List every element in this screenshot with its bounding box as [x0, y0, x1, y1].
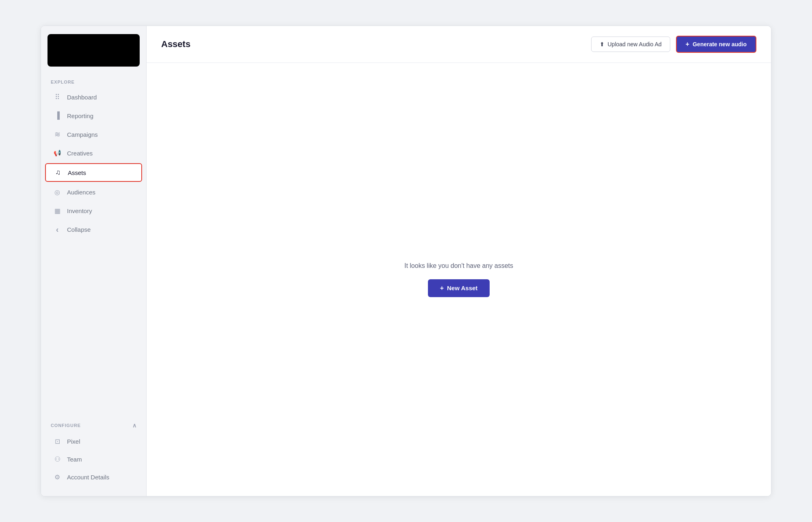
- sidebar-item-assets[interactable]: Assets: [45, 163, 142, 182]
- configure-section: CONFIGURE Pixel Team Account Details: [41, 419, 146, 486]
- sidebar-collapse-button[interactable]: Collapse: [45, 221, 142, 238]
- sidebar-item-label: Account Details: [67, 474, 134, 481]
- generate-button-label: Generate new audio: [693, 41, 747, 47]
- upload-button-label: Upload new Audio Ad: [608, 41, 662, 47]
- new-asset-button[interactable]: New Asset: [428, 279, 490, 297]
- sidebar-item-label: Creatives: [67, 150, 134, 157]
- sidebar-item-team[interactable]: Team: [45, 451, 142, 468]
- configure-section-label: CONFIGURE: [51, 423, 81, 428]
- page-title: Assets: [161, 39, 190, 50]
- sidebar-item-label: Inventory: [67, 207, 134, 214]
- gear-icon: [53, 473, 61, 481]
- top-bar: Assets Upload new Audio Ad Generate new …: [147, 26, 771, 63]
- audiences-icon: [53, 188, 61, 196]
- new-asset-label: New Asset: [447, 285, 477, 291]
- content-area: It looks like you don't have any assets …: [147, 63, 771, 496]
- sidebar-item-label: Team: [67, 456, 134, 463]
- chevron-left-icon: [53, 225, 61, 233]
- sidebar-item-reporting[interactable]: Reporting: [45, 107, 142, 124]
- sidebar-item-label: Campaigns: [67, 131, 134, 138]
- main-content: Assets Upload new Audio Ad Generate new …: [147, 26, 771, 496]
- sidebar-item-label: Reporting: [67, 112, 134, 119]
- upload-icon: [600, 41, 605, 47]
- team-icon: [53, 455, 61, 463]
- logo: [48, 34, 140, 67]
- upload-audio-button[interactable]: Upload new Audio Ad: [591, 37, 670, 52]
- empty-state-message: It looks like you don't have any assets: [404, 262, 513, 270]
- top-bar-actions: Upload new Audio Ad Generate new audio: [591, 36, 757, 53]
- sidebar-item-campaigns[interactable]: Campaigns: [45, 126, 142, 143]
- sidebar-item-label: Pixel: [67, 438, 134, 445]
- generate-audio-button[interactable]: Generate new audio: [676, 36, 756, 53]
- sidebar-item-label: Dashboard: [67, 94, 134, 101]
- sidebar-item-audiences[interactable]: Audiences: [45, 183, 142, 201]
- pixel-icon: [53, 437, 61, 445]
- dashboard-icon: [53, 93, 61, 101]
- inventory-icon: [53, 207, 61, 215]
- plus-icon: [440, 285, 444, 292]
- sidebar-item-dashboard[interactable]: Dashboard: [45, 88, 142, 106]
- reporting-icon: [53, 112, 61, 120]
- sidebar-item-label: Audiences: [67, 189, 134, 196]
- creatives-icon: [53, 149, 61, 157]
- sidebar: EXPLORE Dashboard Reporting Campaigns Cr…: [41, 26, 147, 496]
- chevron-up-icon[interactable]: [132, 422, 136, 429]
- sidebar-item-label: Assets: [68, 169, 133, 176]
- sidebar-item-inventory[interactable]: Inventory: [45, 202, 142, 219]
- collapse-label: Collapse: [67, 226, 134, 233]
- explore-section-label: EXPLORE: [41, 73, 146, 88]
- sidebar-item-creatives[interactable]: Creatives: [45, 145, 142, 162]
- configure-header: CONFIGURE: [41, 419, 146, 432]
- plus-icon: [686, 41, 689, 48]
- campaigns-icon: [53, 130, 61, 138]
- sidebar-item-account-details[interactable]: Account Details: [45, 468, 142, 485]
- assets-icon: [54, 168, 62, 177]
- sidebar-item-pixel[interactable]: Pixel: [45, 433, 142, 450]
